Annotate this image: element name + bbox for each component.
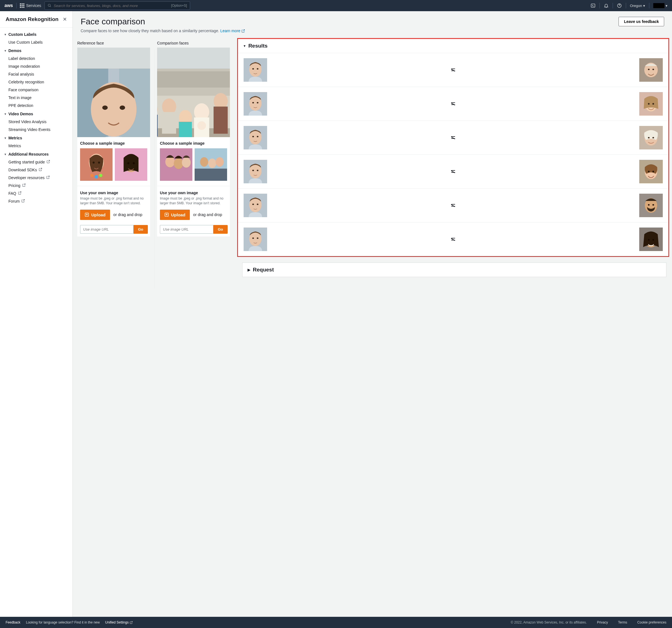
drag-drop-text: or drag and drop xyxy=(193,212,222,217)
sidebar-item-developer-resources[interactable]: Developer resources xyxy=(0,174,73,182)
image-url-input[interactable] xyxy=(160,225,213,234)
main-content: Face comparison Compare faces to see how… xyxy=(73,11,672,617)
bell-icon[interactable] xyxy=(604,3,609,8)
svg-point-69 xyxy=(252,136,254,137)
footer-privacy-link[interactable]: Privacy xyxy=(597,621,608,624)
unified-settings-link[interactable]: Unified Settings xyxy=(105,621,133,624)
choose-sample-title: Choose a sample image xyxy=(80,141,147,146)
svg-point-19 xyxy=(127,162,129,164)
sidebar-item-download-sdks[interactable]: Download SDKs xyxy=(0,166,73,174)
sidebar-item-stored-video-analysis[interactable]: Stored Video Analysis xyxy=(0,118,73,126)
svg-point-0 xyxy=(48,4,50,6)
sidebar-group-video-demos[interactable]: ▼Video Demos xyxy=(0,109,73,118)
sidebar-group-metrics[interactable]: ▼Metrics xyxy=(0,133,73,142)
upload-icon xyxy=(85,212,89,217)
help-icon[interactable] xyxy=(617,3,622,8)
upload-button[interactable]: Upload xyxy=(160,209,190,220)
go-button[interactable]: Go xyxy=(213,225,227,234)
account-menu[interactable]: ▾ xyxy=(653,3,668,8)
footer-copyright: © 2022, Amazon Web Services, Inc. or its… xyxy=(511,621,587,624)
sidebar-item-streaming-video-events[interactable]: Streaming Video Events xyxy=(0,126,73,133)
request-panel[interactable]: ▶ Request xyxy=(242,262,666,277)
sidebar-item-face-comparison[interactable]: Face comparison xyxy=(0,86,73,94)
result-reference-face xyxy=(244,194,267,217)
svg-point-81 xyxy=(648,171,650,172)
results-title: Results xyxy=(248,43,268,49)
footer-lang-hint: Looking for language selection? Find it … xyxy=(26,621,505,624)
svg-point-35 xyxy=(197,121,206,130)
svg-point-43 xyxy=(174,158,184,169)
sample-image-1[interactable] xyxy=(160,148,192,181)
sidebar-group-additional-resources[interactable]: ▼Additional Resources xyxy=(0,150,73,158)
result-reference-face xyxy=(244,126,267,149)
svg-point-9 xyxy=(120,105,125,110)
result-comparison-face xyxy=(639,160,663,183)
result-comparison-face xyxy=(639,92,663,116)
sidebar-item-image-moderation[interactable]: Image moderation xyxy=(0,62,73,70)
column-divider xyxy=(154,49,155,288)
svg-point-42 xyxy=(165,156,175,167)
sample-image-2[interactable] xyxy=(115,148,147,181)
sidebar-item-facial-analysis[interactable]: Facial analysis xyxy=(0,70,73,78)
svg-point-86 xyxy=(257,204,259,205)
sidebar-item-use-custom-labels[interactable]: Use Custom Labels xyxy=(0,38,73,46)
chevron-down-icon: ▾ xyxy=(643,4,645,8)
sidebar-item-text-in-image[interactable]: Text in image xyxy=(0,94,73,102)
footer-terms-link[interactable]: Terms xyxy=(618,621,627,624)
upload-button[interactable]: Upload xyxy=(80,209,110,220)
result-comparison-face xyxy=(639,126,663,149)
learn-more-link[interactable]: Learn more xyxy=(220,28,245,33)
cloudshell-icon[interactable] xyxy=(591,3,596,8)
choose-sample-title: Choose a sample image xyxy=(160,141,227,146)
sidebar-item-pricing[interactable]: Pricing xyxy=(0,182,73,190)
sidebar-item-metrics[interactable]: Metrics xyxy=(0,142,73,150)
go-button[interactable]: Go xyxy=(134,225,148,234)
svg-point-15 xyxy=(95,175,98,178)
svg-point-14 xyxy=(90,174,94,177)
svg-point-93 xyxy=(252,237,254,239)
not-equal-icon xyxy=(451,201,455,210)
search-bar[interactable]: [Option+S] xyxy=(45,1,190,10)
image-url-input[interactable] xyxy=(80,225,134,234)
svg-point-74 xyxy=(652,137,654,139)
feedback-button[interactable]: Leave us feedback xyxy=(619,17,664,26)
region-selector[interactable]: Oregon ▾ xyxy=(630,4,645,8)
search-input[interactable] xyxy=(54,4,171,8)
page-title: Face comparison xyxy=(81,17,245,26)
sidebar-item-faq[interactable]: FAQ xyxy=(0,190,73,197)
upload-icon xyxy=(164,212,169,217)
not-equal-icon xyxy=(451,66,455,74)
chevron-down-icon: ▾ xyxy=(666,4,668,8)
result-row xyxy=(238,189,668,223)
sidebar-item-celebrity-recognition[interactable]: Celebrity recognition xyxy=(0,78,73,86)
result-comparison-face xyxy=(639,228,663,251)
sidebar-item-label-detection[interactable]: Label detection xyxy=(0,55,73,62)
svg-point-53 xyxy=(252,68,254,70)
svg-point-46 xyxy=(200,157,208,167)
footer-cookie-link[interactable]: Cookie preferences xyxy=(637,621,666,624)
svg-point-78 xyxy=(257,170,259,171)
nav-separator xyxy=(649,3,649,8)
comparison-column: Choose a sample image Use your own image… xyxy=(157,48,230,236)
sample-image-1[interactable] xyxy=(80,148,113,181)
sidebar-item-ppe-detection[interactable]: PPE detection xyxy=(0,102,73,109)
sample-image-2[interactable] xyxy=(195,148,227,181)
aws-logo[interactable]: aws xyxy=(4,3,13,8)
footer-feedback-link[interactable]: Feedback xyxy=(6,621,20,624)
close-icon[interactable]: ✕ xyxy=(63,16,67,22)
not-equal-icon xyxy=(451,235,455,244)
caret-right-icon: ▶ xyxy=(247,268,250,272)
sidebar-item-forum[interactable]: Forum xyxy=(0,197,73,205)
result-row xyxy=(238,53,668,87)
results-header[interactable]: ▼ Results xyxy=(238,39,668,53)
services-menu[interactable]: Services xyxy=(20,3,41,8)
nav-separator xyxy=(613,3,613,8)
own-image-title: Use your own image xyxy=(80,191,147,195)
not-equal-icon xyxy=(451,167,455,176)
sidebar-group-custom-labels[interactable]: ▼Custom Labels xyxy=(0,30,73,38)
sidebar-item-getting-started-guide[interactable]: Getting started guide xyxy=(0,158,73,166)
sidebar-group-demos[interactable]: ▼Demos xyxy=(0,46,73,55)
svg-point-97 xyxy=(648,239,650,241)
caret-down-icon: ▼ xyxy=(243,44,246,48)
external-link-icon xyxy=(21,199,25,203)
